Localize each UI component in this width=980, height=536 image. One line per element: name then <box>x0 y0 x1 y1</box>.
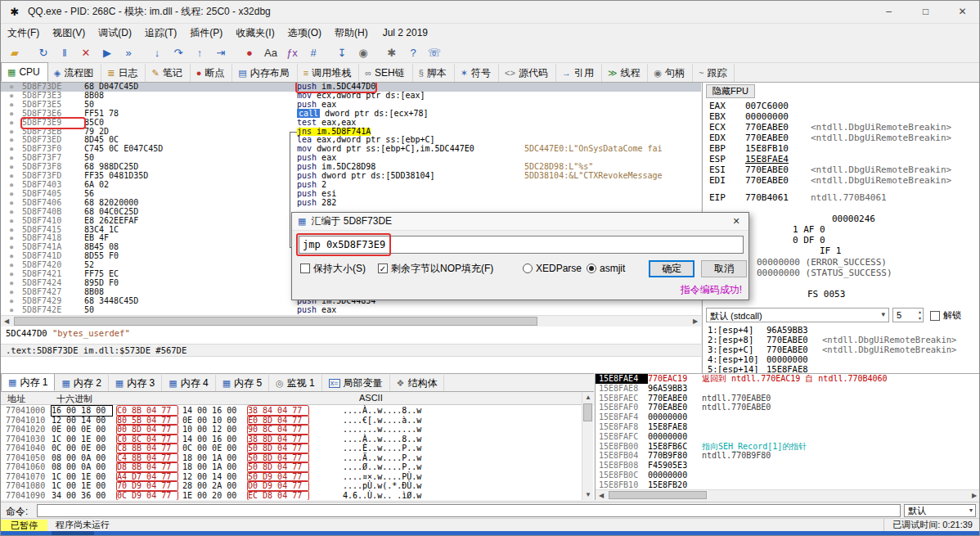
breakpoint-dot-icon[interactable]: ● <box>1 181 22 190</box>
menu-item[interactable]: 帮助(H) <box>328 24 375 43</box>
xedparse-radio[interactable]: XEDParse <box>523 260 582 277</box>
scroll-up-arrow[interactable]: ▲ <box>582 392 594 403</box>
dump-row[interactable]: 77041050 08 00 0A 00 C4 8B 04 77 18 00 1… <box>1 453 582 463</box>
scroll-right-arrow[interactable]: ▶ <box>690 316 701 327</box>
breakpoint-dot-icon[interactable]: ● <box>1 279 22 288</box>
breakpoint-dot-icon[interactable]: ● <box>1 252 22 261</box>
menu-item[interactable]: 追踪(T) <box>138 24 183 43</box>
breakpoint-dot-icon[interactable]: ● <box>1 190 22 199</box>
dump-vertical-scrollbar[interactable]: ▲ ▼ <box>582 392 593 500</box>
dump-row[interactable]: 77041030 1C 00 1E 00 C0 8C 04 77 14 00 1… <box>1 435 582 444</box>
maximize-button[interactable]: □ <box>907 1 944 23</box>
breakpoint-dot-icon[interactable]: ● <box>1 145 22 154</box>
memory-dump-pane[interactable]: ▦ 内存 1 ▦ 内存 2 ▦ 内存 3 ▦ 内存 4 <box>1 373 594 500</box>
stack-row[interactable]: 15E8FB00 15E8FB6C 指向SEH_Record[1]的指针 <box>596 442 980 452</box>
breakpoint-dot-icon[interactable]: ● <box>1 288 22 297</box>
minimize-button[interactable]: – <box>870 1 907 23</box>
register-row[interactable]: EBX 00000000 <box>703 111 980 122</box>
argument-row[interactable]: 5: [esp+14] 15E8FAE8 <box>703 364 980 373</box>
view-tab[interactable]: ~ 跟踪 <box>693 64 735 82</box>
asmjit-radio[interactable]: asmjit <box>587 260 625 277</box>
breakpoint-dot-icon[interactable]: ● <box>1 208 22 217</box>
toolbar-button-icon[interactable]: ↧ <box>332 43 352 61</box>
view-tab[interactable]: → 引用 <box>556 64 602 82</box>
keep-size-checkbox[interactable]: 保持大小(S) <box>300 260 366 277</box>
breakpoint-dot-icon[interactable]: ● <box>1 119 22 128</box>
register-row-eip[interactable]: EIP 770B4061 ntdll.770B4061 <box>703 192 980 203</box>
checkbox-checked-icon[interactable]: ✓ <box>378 263 388 273</box>
breakpoint-dot-icon[interactable]: ● <box>1 297 22 306</box>
register-row[interactable]: EBP 15E8FB10 <box>703 143 980 154</box>
nop-fill-checkbox[interactable]: ✓剩余字节以NOP填充(F) <box>378 260 493 277</box>
view-tab[interactable]: ≫ 线程 <box>602 64 649 82</box>
stack-horizontal-scrollbar[interactable]: ◀ ▶ <box>596 489 980 500</box>
dump-row[interactable]: 77041000 16 00 18 00 C0 8B 04 77 14 00 1… <box>1 406 582 416</box>
stack-row[interactable]: 15E8FAF8 15E8FAE8 <box>596 422 980 432</box>
menu-item[interactable]: 收藏夹(I) <box>229 24 281 43</box>
toolbar-button-icon[interactable]: ƒx <box>282 43 302 61</box>
ok-button[interactable]: 确定 <box>649 260 695 277</box>
view-tab[interactable]: ≣ 日志 <box>101 64 146 82</box>
cancel-button[interactable]: 取消 <box>701 260 747 277</box>
breakpoint-dot-icon[interactable]: ● <box>1 101 22 110</box>
disasm-row[interactable]: ● 5D8F742E 50 push eax <box>1 306 701 315</box>
toolbar-button-icon[interactable]: » <box>119 43 138 61</box>
register-row[interactable]: EAX 007C6000 <box>703 101 980 111</box>
toolbar-button-icon[interactable]: # <box>303 43 323 61</box>
toolbar-button-icon[interactable]: ↻ <box>34 43 53 61</box>
unlock-checkbox[interactable]: 解锁 <box>930 309 961 322</box>
dump-row[interactable]: 77041020 0E 00 0E 00 00 8D 04 77 10 00 1… <box>1 425 582 435</box>
disasm-row[interactable]: ● 5D8F73E3 8B08 mov ecx,dword ptr ds:[ea… <box>1 92 701 101</box>
argument-row[interactable]: 3: [esp+C] 770EABE0 <ntdll.DbgUiRemoteBr… <box>703 345 980 354</box>
toolbar-button-icon[interactable]: ✕ <box>76 43 96 61</box>
view-tab[interactable]: ≡ 调用堆栈 <box>298 64 359 82</box>
stack-pane[interactable]: 15E8FAE4 770EAC19 返回到 ntdll.770EAC19 自 n… <box>595 373 980 500</box>
stack-row[interactable]: 15E8FAE4 770EAC19 返回到 ntdll.770EAC19 自 n… <box>596 374 980 384</box>
view-tab[interactable]: ◉ 句柄 <box>648 64 693 82</box>
breakpoint-dot-icon[interactable]: ● <box>1 306 22 315</box>
view-tab[interactable]: ▦ CPU <box>1 62 48 82</box>
register-row[interactable]: EDX 770EABE0 <ntdll.DbgUiRemoteBreakin> <box>703 133 980 143</box>
dump-row[interactable]: 77041010 12 00 14 00 80 5B 04 77 0E 00 1… <box>1 416 582 426</box>
dump-tab[interactable]: ▦ 内存 4 <box>162 375 215 391</box>
scroll-left-arrow[interactable]: ◀ <box>596 490 607 501</box>
scroll-thumb[interactable] <box>583 403 592 421</box>
menu-item[interactable]: 插件(P) <box>183 24 229 43</box>
toolbar-button-icon[interactable]: Aa <box>261 43 281 61</box>
stack-row[interactable]: 15E8FB08 F45905E3 <box>596 461 980 471</box>
toolbar-button-icon[interactable]: ⇥ <box>211 43 231 61</box>
menu-item[interactable]: 视图(V) <box>46 24 92 43</box>
breakpoint-dot-icon[interactable]: ● <box>1 136 22 145</box>
checkbox-icon[interactable] <box>300 263 310 273</box>
breakpoint-dot-icon[interactable]: ● <box>1 83 22 92</box>
disasm-row[interactable]: ● 5D8F73F0 C745 0C E047C45D mov dword pt… <box>1 145 701 154</box>
convention-dropdown[interactable]: 默认 (stdcall)▾ <box>706 308 889 322</box>
toolbar-button-icon[interactable]: ↓ <box>147 43 167 61</box>
title-bar[interactable]: ✱ QQ.exe - PID: 268C - 模块: im.dll - 线程: … <box>1 1 980 24</box>
breakpoint-dot-icon[interactable]: ● <box>1 163 22 172</box>
view-tab[interactable]: ∞ SEH链 <box>359 64 413 82</box>
breakpoint-dot-icon[interactable]: ● <box>1 92 22 101</box>
view-tab[interactable]: ◈ 流程图 <box>48 64 101 82</box>
close-button[interactable]: ✕ <box>944 1 980 23</box>
breakpoint-dot-icon[interactable]: ● <box>1 128 22 137</box>
breakpoint-dot-icon[interactable]: ● <box>1 261 22 270</box>
stack-row[interactable]: 15E8FAFC 00000000 <box>596 432 980 442</box>
disasm-horizontal-scrollbar[interactable]: ◀ ▶ <box>1 315 701 327</box>
view-tab[interactable]: ▤ 内存布局 <box>232 64 297 82</box>
toolbar-button-icon[interactable]: ◉ <box>353 43 373 61</box>
dump-row[interactable]: 77041080 1C 00 1E 00 70 D9 04 77 28 00 2… <box>1 481 582 491</box>
stack-row[interactable]: 15E8FB0C 00000000 <box>596 471 980 480</box>
scroll-right-arrow[interactable]: ▶ <box>969 490 980 501</box>
breakpoint-dot-icon[interactable]: ● <box>1 110 22 119</box>
register-row[interactable]: EDI 770EABE0 <ntdll.DbgUiRemoteBreakin> <box>703 175 980 186</box>
checkbox-icon[interactable] <box>930 311 940 321</box>
menu-item[interactable]: 文件(F) <box>1 24 46 43</box>
taskbar-strip[interactable] <box>1 531 980 536</box>
dump-row[interactable]: 77041040 0C 00 0E 00 C8 8B 04 77 0C 00 0… <box>1 444 582 453</box>
dump-tab[interactable]: ◎ 监视 1 <box>269 375 322 391</box>
view-tab[interactable]: ✎ 笔记 <box>146 64 190 82</box>
scroll-left-arrow[interactable]: ◀ <box>1 316 12 327</box>
menu-item[interactable]: 选项(O) <box>281 24 328 43</box>
dump-tab[interactable]: ▦ 内存 3 <box>109 375 162 391</box>
